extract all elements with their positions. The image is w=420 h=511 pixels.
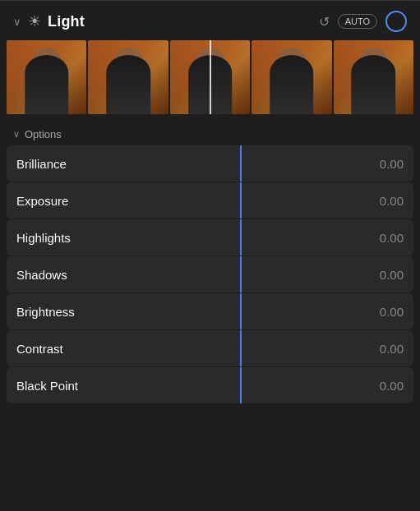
slider-label-highlights: Highlights xyxy=(16,231,115,245)
slider-value-brightness: 0.00 xyxy=(367,305,404,319)
preview-image-4 xyxy=(252,40,331,114)
light-panel: ∨ ☀ Light ↺ AUTO xyxy=(0,0,420,511)
slider-label-exposure: Exposure xyxy=(16,194,115,208)
sun-icon: ☀ xyxy=(28,12,41,30)
slider-line-brilliance xyxy=(240,145,242,182)
preview-image-3 xyxy=(170,40,250,114)
person-body-4 xyxy=(270,55,314,114)
slider-value-shadows: 0.00 xyxy=(367,268,404,282)
person-body-1 xyxy=(25,55,69,114)
slider-value-exposure: 0.00 xyxy=(367,194,404,208)
preview-image-5 xyxy=(334,40,413,114)
slider-label-brilliance: Brilliance xyxy=(16,157,115,171)
slider-value-highlights: 0.00 xyxy=(367,231,404,245)
preview-image-2 xyxy=(88,40,168,114)
slider-track-brightness[interactable] xyxy=(115,293,367,329)
slider-line-shadows xyxy=(240,256,242,292)
slider-track-exposure[interactable] xyxy=(115,182,367,219)
header-left: ∨ ☀ Light xyxy=(13,12,312,30)
panel-header: ∨ ☀ Light ↺ AUTO xyxy=(0,1,420,40)
slider-label-contrast: Contrast xyxy=(16,342,115,356)
slider-row-brilliance[interactable]: Brilliance0.00 xyxy=(7,145,413,182)
toggle-circle-button[interactable] xyxy=(385,11,407,32)
person-body-5 xyxy=(352,55,396,114)
slider-line-black-point xyxy=(240,367,242,403)
preview-image-1 xyxy=(7,40,86,114)
slider-track-brilliance[interactable] xyxy=(115,145,367,182)
slider-track-black-point[interactable] xyxy=(115,367,367,403)
undo-icon[interactable]: ↺ xyxy=(319,14,330,30)
slider-label-black-point: Black Point xyxy=(16,379,115,393)
slider-label-shadows: Shadows xyxy=(16,268,115,282)
slider-row-black-point[interactable]: Black Point0.00 xyxy=(7,367,413,403)
slider-line-exposure xyxy=(240,182,242,219)
slider-track-highlights[interactable] xyxy=(115,219,367,256)
slider-track-shadows[interactable] xyxy=(115,256,367,292)
header-controls: ↺ AUTO xyxy=(319,11,407,32)
auto-button[interactable]: AUTO xyxy=(338,14,377,29)
slider-line-brightness xyxy=(240,293,242,329)
options-chevron-icon: ∨ xyxy=(13,129,20,140)
slider-track-contrast[interactable] xyxy=(115,330,367,366)
person-body-2 xyxy=(106,55,150,114)
slider-value-contrast: 0.00 xyxy=(367,342,404,356)
collapse-chevron-icon[interactable]: ∨ xyxy=(13,16,21,28)
sliders-container: Brilliance0.00Exposure0.00Highlights0.00… xyxy=(0,145,420,511)
slider-row-exposure[interactable]: Exposure0.00 xyxy=(7,182,413,219)
person-body-3 xyxy=(188,55,233,114)
slider-line-contrast xyxy=(240,330,242,366)
slider-value-brilliance: 0.00 xyxy=(367,157,404,171)
preview-strip xyxy=(0,40,420,118)
slider-row-contrast[interactable]: Contrast0.00 xyxy=(7,330,413,366)
slider-label-brightness: Brightness xyxy=(16,305,115,319)
slider-row-shadows[interactable]: Shadows0.00 xyxy=(7,256,413,292)
slider-row-highlights[interactable]: Highlights0.00 xyxy=(7,219,413,256)
panel-title: Light xyxy=(48,13,85,30)
slider-value-black-point: 0.00 xyxy=(367,379,404,393)
options-header[interactable]: ∨ Options xyxy=(0,122,420,145)
options-label: Options xyxy=(25,128,62,140)
slider-line-highlights xyxy=(240,219,242,256)
slider-row-brightness[interactable]: Brightness0.00 xyxy=(7,293,413,329)
